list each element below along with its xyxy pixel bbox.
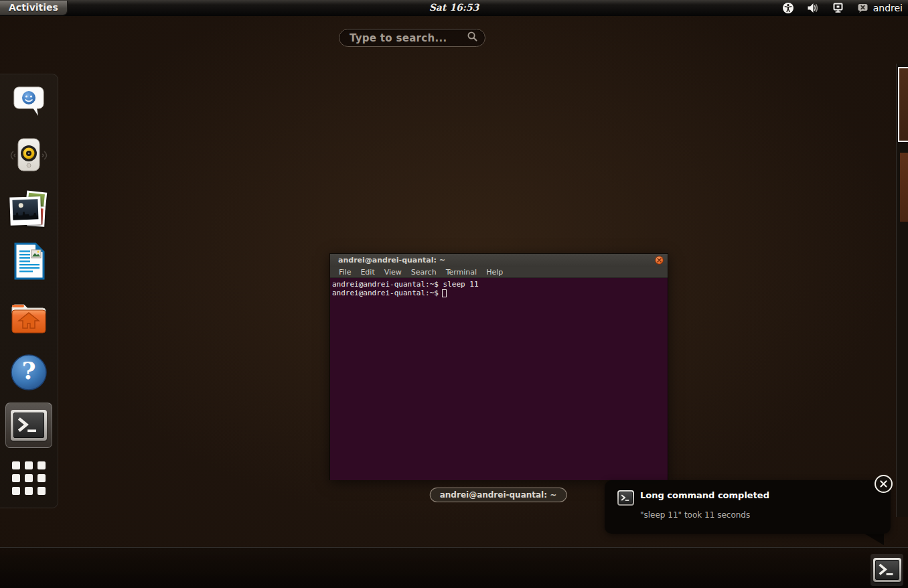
- message-tray: [0, 547, 908, 588]
- terminal-output[interactable]: andrei@andrei-quantal:~$ sleep 11andrei@…: [330, 278, 668, 480]
- music-player-icon: [10, 137, 48, 177]
- window-titlebar[interactable]: andrei@andrei-quantal: ~: [330, 254, 668, 267]
- workspace-thumbnail[interactable]: [900, 153, 908, 222]
- menu-bar: File Edit View Search Terminal Help: [330, 267, 668, 278]
- search-input[interactable]: Type to search...: [339, 29, 485, 47]
- terminal-window[interactable]: andrei@andrei-quantal: ~ File Edit View …: [329, 253, 668, 480]
- tray-item-terminal[interactable]: [871, 554, 903, 586]
- dash-item-terminal[interactable]: [5, 402, 52, 448]
- search-placeholder: Type to search...: [350, 32, 467, 44]
- workspace-thumbnail-active[interactable]: [898, 67, 908, 142]
- accessibility-icon[interactable]: [782, 2, 795, 15]
- menu-terminal[interactable]: Terminal: [441, 268, 482, 277]
- terminal-icon: [11, 410, 47, 441]
- window-caption: andrei@andrei-quantal: ~: [430, 488, 567, 502]
- menu-file[interactable]: File: [334, 268, 356, 277]
- photos-icon: [10, 190, 48, 228]
- im-status-icon[interactable]: [856, 2, 869, 15]
- dash-item-show-applications[interactable]: [10, 460, 48, 496]
- status-tray: andrei: [782, 0, 903, 16]
- terminal-line: andrei@andrei-quantal:~$: [332, 289, 666, 297]
- window-title: andrei@andrei-quantal: ~: [338, 256, 655, 265]
- search-icon: [467, 31, 478, 45]
- dash-item-home-folder[interactable]: [10, 302, 48, 338]
- menu-edit[interactable]: Edit: [356, 268, 379, 277]
- notification-title: Long command completed: [640, 490, 769, 500]
- close-icon[interactable]: [655, 256, 664, 265]
- top-bar: Activities Sat 16:53 andrei: [0, 0, 908, 16]
- app-grid-icon: [12, 461, 46, 495]
- dash-item-messaging[interactable]: [10, 85, 48, 121]
- chat-icon: [10, 84, 48, 123]
- volume-icon[interactable]: [807, 2, 820, 15]
- home-folder-icon: [9, 301, 48, 339]
- dash-item-shotwell[interactable]: [10, 191, 48, 227]
- menu-help[interactable]: Help: [481, 268, 508, 277]
- close-icon[interactable]: [875, 475, 893, 493]
- user-menu[interactable]: andrei: [873, 3, 903, 13]
- network-icon[interactable]: [832, 2, 844, 15]
- dash-item-libreoffice-writer[interactable]: [10, 244, 48, 281]
- terminal-icon: [873, 558, 901, 582]
- terminal-icon: [617, 490, 634, 506]
- notification-body: "sleep 11" took 11 seconds: [640, 510, 750, 520]
- terminal-cursor: [442, 289, 447, 297]
- writer-document-icon: [11, 242, 47, 283]
- menu-view[interactable]: View: [380, 268, 406, 277]
- workspace-switcher: [896, 64, 908, 517]
- notification-tail: [862, 532, 884, 545]
- help-icon: ?: [10, 354, 48, 391]
- clock[interactable]: Sat 16:53: [0, 2, 908, 13]
- dash-item-help[interactable]: ?: [10, 354, 48, 390]
- gnome-shell-overview: Activities Sat 16:53 andrei Type to sear…: [0, 0, 908, 588]
- dash: ?: [0, 74, 58, 508]
- terminal-line: andrei@andrei-quantal:~$ sleep 11: [332, 280, 666, 289]
- dash-item-rhythmbox[interactable]: [10, 139, 48, 175]
- question-glyph: ?: [10, 356, 48, 384]
- notification-toast[interactable]: Long command completed "sleep 11" took 1…: [605, 480, 891, 534]
- menu-search[interactable]: Search: [406, 268, 441, 277]
